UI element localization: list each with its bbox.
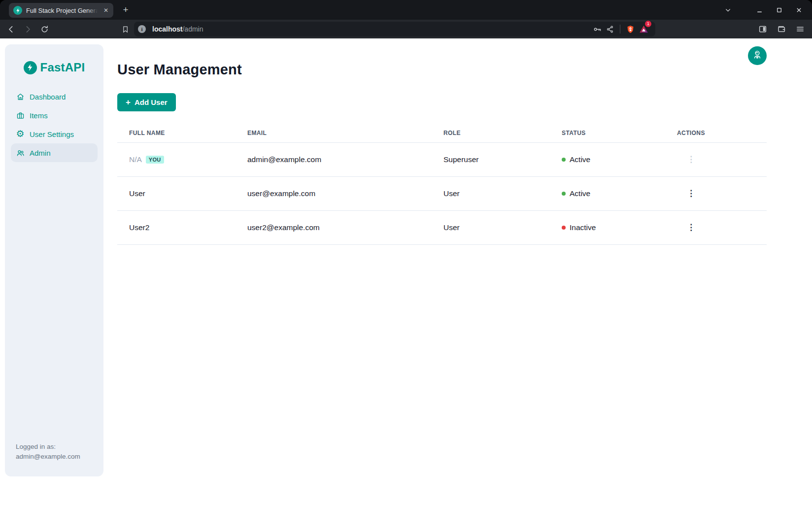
password-key-icon[interactable] <box>591 23 604 35</box>
cell-full-name: User <box>117 189 236 198</box>
toolbar-divider <box>620 25 620 34</box>
add-user-button[interactable]: + Add User <box>117 93 176 111</box>
status-dot <box>562 192 566 196</box>
cell-full-name: User2 <box>117 223 236 232</box>
logged-in-label: Logged in as: <box>16 442 80 452</box>
rewards-notification-badge: 1 <box>645 21 651 27</box>
cell-role: User <box>432 189 550 198</box>
site-info-icon[interactable]: i <box>138 25 146 33</box>
brave-shield-icon[interactable] <box>624 23 637 35</box>
users-icon <box>16 148 25 157</box>
tab-close-icon[interactable]: ✕ <box>102 6 110 14</box>
tab-strip: Full Stack Project Genera ✕ + <box>0 0 812 20</box>
menu-hamburger-icon[interactable] <box>793 22 807 36</box>
sidebar-panel-icon[interactable] <box>756 22 770 36</box>
url-text[interactable]: localhost/admin <box>152 25 203 33</box>
home-icon <box>16 92 25 101</box>
bookmark-icon[interactable] <box>118 22 132 36</box>
cell-status: Inactive <box>550 223 665 232</box>
col-header-actions: ACTIONS <box>665 130 767 136</box>
minimize-icon[interactable] <box>753 3 766 16</box>
gear-icon: ⚙ <box>16 130 25 138</box>
logged-in-info: Logged in as: admin@example.com <box>16 442 80 462</box>
table-row: N/A YOU admin@example.com Superuser Acti… <box>117 143 767 177</box>
cell-email: user2@example.com <box>236 223 432 232</box>
status-dot <box>562 226 566 230</box>
you-badge: YOU <box>146 156 164 164</box>
share-icon[interactable] <box>604 23 616 35</box>
cell-full-name: N/A YOU <box>117 155 236 164</box>
wallet-icon[interactable] <box>775 22 788 36</box>
url-host: localhost <box>152 25 182 33</box>
table-header-row: FULL NAME EMAIL ROLE STATUS ACTIONS <box>117 123 767 143</box>
forward-icon[interactable] <box>21 22 34 36</box>
sidebar-item-label: Items <box>30 111 48 120</box>
table-row: User user@example.com User Active ⋮ <box>117 177 767 211</box>
fastapi-bolt-icon <box>24 61 37 74</box>
logged-in-email: admin@example.com <box>16 452 80 462</box>
toolbar-right-icons <box>756 20 807 38</box>
close-window-icon[interactable] <box>792 3 805 16</box>
status-dot <box>562 158 566 162</box>
sidebar-item-dashboard[interactable]: Dashboard <box>11 87 98 106</box>
sidebar-item-user-settings[interactable]: ⚙ User Settings <box>11 125 98 143</box>
user-astronaut-icon <box>752 50 762 62</box>
sidebar-item-items[interactable]: Items <box>11 106 98 125</box>
url-path: /admin <box>182 25 203 33</box>
fastapi-favicon-icon <box>13 6 22 15</box>
cell-status: Active <box>550 189 665 198</box>
tab-title-fade <box>87 3 101 18</box>
plus-icon: + <box>126 98 131 107</box>
browser-tab[interactable]: Full Stack Project Genera ✕ <box>9 3 113 18</box>
sidebar-item-label: User Settings <box>30 130 74 138</box>
sidebar-nav: Dashboard Items ⚙ User Settings Admi <box>5 87 103 162</box>
new-tab-button[interactable]: + <box>120 4 131 15</box>
cell-role: User <box>432 223 550 232</box>
col-header-status: STATUS <box>550 130 665 136</box>
add-user-label: Add User <box>135 98 168 106</box>
table-row: User2 user2@example.com User Inactive ⋮ <box>117 211 767 245</box>
page-title: User Management <box>117 62 767 78</box>
row-actions-menu-icon[interactable]: ⋮ <box>665 191 767 196</box>
reload-icon[interactable] <box>37 22 51 36</box>
sidebar: FastAPI Dashboard Items ⚙ User <box>5 44 103 476</box>
window-controls <box>721 0 812 20</box>
user-menu-button[interactable] <box>748 46 767 65</box>
row-actions-menu-icon: ⋮ <box>665 157 767 162</box>
briefcase-icon <box>16 111 25 120</box>
browser-window: Full Stack Project Genera ✕ + <box>0 0 812 505</box>
cell-email: admin@example.com <box>236 155 432 164</box>
col-header-role: ROLE <box>432 130 550 136</box>
row-actions-menu-icon[interactable]: ⋮ <box>665 225 767 230</box>
sidebar-item-label: Admin <box>30 149 51 157</box>
back-icon[interactable] <box>4 22 18 36</box>
maximize-icon[interactable] <box>773 3 785 16</box>
cell-status: Active <box>550 155 665 164</box>
main-area: User Management + Add User FULL NAME EMA… <box>117 38 767 505</box>
users-table: FULL NAME EMAIL ROLE STATUS ACTIONS N/A … <box>117 123 767 245</box>
logo-text: FastAPI <box>40 61 85 74</box>
cell-email: user@example.com <box>236 189 432 198</box>
brave-rewards-icon[interactable]: 1 <box>637 22 650 36</box>
cell-role: Superuser <box>432 155 550 164</box>
browser-toolbar: i localhost/admin 1 <box>0 20 812 38</box>
fastapi-logo: FastAPI <box>5 61 103 74</box>
col-header-email: EMAIL <box>236 130 432 136</box>
col-header-full-name: FULL NAME <box>117 130 236 136</box>
url-bar[interactable]: i localhost/admin 1 <box>134 22 655 36</box>
sidebar-item-admin[interactable]: Admin <box>11 143 98 162</box>
tab-search-chevron-icon[interactable] <box>721 3 734 16</box>
page-content: FastAPI Dashboard Items ⚙ User <box>0 38 812 505</box>
sidebar-item-label: Dashboard <box>30 93 66 101</box>
